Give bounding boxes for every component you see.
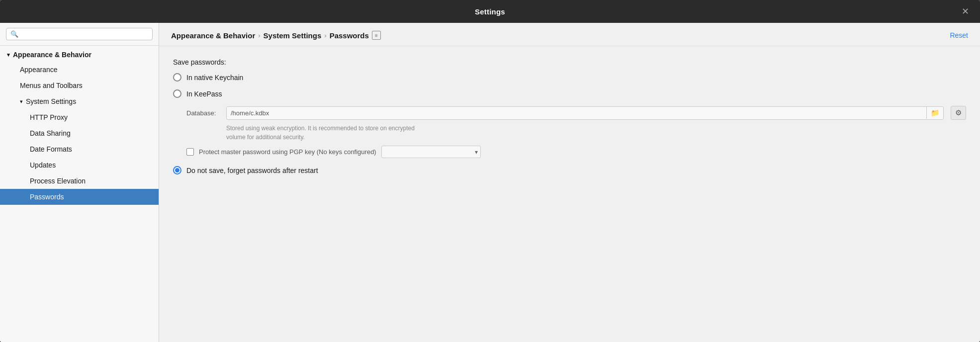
reset-button[interactable]: Reset — [950, 31, 968, 39]
pgp-key-select[interactable] — [381, 146, 481, 158]
database-folder-button[interactable]: 📁 — [926, 107, 943, 119]
database-input-wrapper: 📁 — [226, 106, 944, 120]
sidebar-item-date-formats[interactable]: Date Formats — [0, 141, 159, 157]
close-button[interactable]: ✕ — [959, 5, 972, 18]
breadcrumb-sep-1: › — [258, 32, 260, 39]
radio-keepass-input[interactable] — [173, 89, 181, 98]
radio-do-not-save[interactable]: Do not save, forget passwords after rest… — [173, 166, 966, 174]
breadcrumb-appearance-behavior: Appearance & Behavior — [171, 31, 255, 40]
pgp-checkbox[interactable] — [186, 148, 194, 156]
search-icon: 🔍 — [10, 30, 18, 38]
keepass-subsection: Database: 📁 ⚙ Stored using weak encrypti… — [186, 106, 966, 158]
database-gear-button[interactable]: ⚙ — [951, 106, 966, 120]
search-input[interactable] — [21, 30, 148, 38]
sidebar-item-menus-toolbars[interactable]: Menus and Toolbars — [0, 78, 159, 93]
breadcrumb-menu-icon[interactable]: ≡ — [372, 31, 381, 40]
radio-native-keychain-input[interactable] — [173, 73, 181, 82]
pgp-label: Protect master password using PGP key (N… — [199, 148, 376, 156]
main-content: Appearance & Behavior › System Settings … — [159, 23, 980, 342]
radio-native-keychain-label: In native Keychain — [186, 74, 243, 82]
database-hint: Stored using weak encryption. It is reco… — [226, 124, 966, 142]
window-content: 🔍 ▾ Appearance & Behavior Appearance Men… — [0, 23, 980, 342]
sidebar-item-appearance-behavior[interactable]: ▾ Appearance & Behavior — [0, 46, 159, 62]
save-passwords-section: Save passwords: In native Keychain In Ke… — [173, 58, 966, 174]
breadcrumb-system-settings: System Settings — [264, 31, 322, 40]
radio-do-not-save-label: Do not save, forget passwords after rest… — [186, 167, 318, 174]
breadcrumb-sep-2: › — [324, 32, 326, 39]
database-row: Database: 📁 ⚙ — [186, 106, 966, 120]
database-path-input[interactable] — [227, 107, 926, 119]
password-radio-group: In native Keychain In KeePass Database: — [173, 73, 966, 174]
database-label: Database: — [186, 109, 221, 117]
sidebar: 🔍 ▾ Appearance & Behavior Appearance Men… — [0, 23, 159, 342]
chevron-down-icon: ▾ — [20, 98, 23, 105]
search-wrapper: 🔍 — [6, 28, 153, 40]
pgp-select-wrapper — [381, 146, 481, 158]
sidebar-item-data-sharing[interactable]: Data Sharing — [0, 125, 159, 141]
save-passwords-label: Save passwords: — [173, 58, 966, 66]
breadcrumb-passwords: Passwords — [330, 31, 369, 40]
main-header: Appearance & Behavior › System Settings … — [159, 23, 980, 46]
sidebar-item-passwords[interactable]: Passwords — [0, 189, 159, 205]
titlebar: Settings ✕ — [0, 0, 980, 23]
pgp-row: Protect master password using PGP key (N… — [186, 146, 966, 158]
breadcrumb: Appearance & Behavior › System Settings … — [171, 31, 381, 40]
sidebar-item-system-settings[interactable]: ▾ System Settings — [0, 93, 159, 109]
search-container: 🔍 — [0, 23, 159, 46]
sidebar-item-http-proxy[interactable]: HTTP Proxy — [0, 109, 159, 125]
settings-window: Settings ✕ 🔍 ▾ Appearance & Behavior App… — [0, 0, 980, 342]
sidebar-item-updates[interactable]: Updates — [0, 157, 159, 173]
window-title: Settings — [475, 7, 505, 16]
chevron-down-icon: ▾ — [7, 52, 10, 58]
radio-keepass[interactable]: In KeePass — [173, 89, 966, 98]
radio-do-not-save-input[interactable] — [173, 166, 181, 174]
radio-keepass-label: In KeePass — [186, 90, 222, 98]
sidebar-item-appearance[interactable]: Appearance — [0, 62, 159, 78]
radio-native-keychain[interactable]: In native Keychain — [173, 73, 966, 82]
main-body: Save passwords: In native Keychain In Ke… — [159, 46, 980, 186]
sidebar-item-process-elevation[interactable]: Process Elevation — [0, 173, 159, 189]
